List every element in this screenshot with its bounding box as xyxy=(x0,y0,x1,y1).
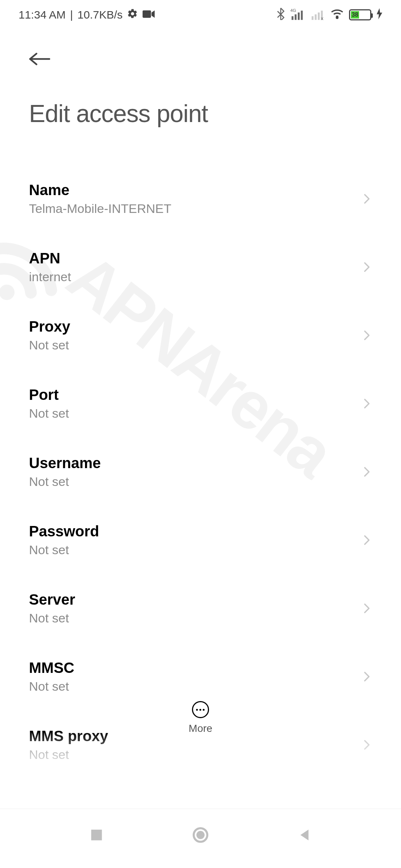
svg-rect-7 xyxy=(312,16,313,20)
bottom-action-bar: More xyxy=(0,701,401,734)
more-label: More xyxy=(189,723,212,734)
chevron-right-icon xyxy=(362,535,372,545)
item-password[interactable]: Password Not set xyxy=(29,510,372,571)
svg-rect-3 xyxy=(291,16,293,20)
svg-rect-1 xyxy=(143,10,151,18)
circle-icon xyxy=(192,827,209,843)
chevron-right-icon xyxy=(362,194,372,204)
status-bar: 11:34 AM | 10.7KB/s 4G x 38 xyxy=(0,0,401,30)
item-name[interactable]: Name Telma-Mobile-INTERNET xyxy=(29,168,372,229)
item-label: APN xyxy=(29,250,71,267)
signal-weak-icon: x xyxy=(310,7,325,23)
item-value: Not set xyxy=(29,679,74,694)
item-port[interactable]: Port Not set xyxy=(29,373,372,434)
gear-icon xyxy=(127,8,138,22)
chevron-right-icon xyxy=(362,330,372,341)
chevron-right-icon xyxy=(362,398,372,409)
item-value: Not set xyxy=(29,543,99,557)
svg-rect-5 xyxy=(298,12,300,20)
item-label: Port xyxy=(29,387,69,403)
item-value: Not set xyxy=(29,611,75,625)
svg-rect-14 xyxy=(91,829,102,840)
triangle-left-icon xyxy=(298,828,311,842)
svg-rect-9 xyxy=(318,12,320,20)
item-label: Username xyxy=(29,455,101,471)
item-label: Server xyxy=(29,591,75,608)
item-value: Not set xyxy=(29,747,108,762)
chevron-right-icon xyxy=(362,603,372,614)
battery-icon: 38 xyxy=(349,9,371,20)
item-apn[interactable]: APN internet xyxy=(29,237,372,297)
nav-recent-button[interactable] xyxy=(88,826,105,844)
item-mmsc[interactable]: MMSC Not set xyxy=(29,646,372,707)
status-right: 4G x 38 xyxy=(276,7,382,23)
nav-back-button[interactable] xyxy=(296,826,313,844)
battery-percent: 38 xyxy=(351,11,359,19)
item-value: Not set xyxy=(29,338,70,352)
status-left: 11:34 AM | 10.7KB/s xyxy=(19,8,155,22)
item-server[interactable]: Server Not set xyxy=(29,578,372,639)
nav-home-button[interactable] xyxy=(192,826,209,844)
settings-list: Name Telma-Mobile-INTERNET APN internet … xyxy=(0,168,401,775)
status-speed: 10.7KB/s xyxy=(78,9,123,21)
svg-rect-4 xyxy=(295,14,297,20)
square-icon xyxy=(90,828,103,842)
arrow-left-icon xyxy=(29,52,50,66)
page-title: Edit access point xyxy=(29,99,372,128)
wifi-icon xyxy=(330,8,344,22)
svg-text:4G: 4G xyxy=(290,8,296,13)
charging-icon xyxy=(376,8,382,22)
chevron-right-icon xyxy=(362,671,372,682)
svg-text:x: x xyxy=(321,15,323,20)
item-label: MMSC xyxy=(29,660,74,676)
svg-rect-6 xyxy=(301,10,303,20)
item-username[interactable]: Username Not set xyxy=(29,441,372,502)
svg-point-16 xyxy=(196,831,205,839)
item-label: Name xyxy=(29,182,172,198)
item-label: Proxy xyxy=(29,318,70,335)
header: Edit access point xyxy=(0,30,401,131)
svg-point-12 xyxy=(336,17,338,18)
chevron-right-icon xyxy=(362,262,372,272)
item-value: Not set xyxy=(29,406,69,421)
more-button[interactable]: More xyxy=(189,701,212,734)
camera-icon xyxy=(143,9,155,21)
back-button[interactable] xyxy=(29,48,50,70)
signal-4g-icon: 4G xyxy=(290,7,305,23)
more-icon xyxy=(192,701,209,718)
item-value: internet xyxy=(29,270,71,284)
chevron-right-icon xyxy=(362,740,372,750)
chevron-right-icon xyxy=(362,467,372,477)
status-time: 11:34 AM xyxy=(19,9,66,21)
status-separator: | xyxy=(70,9,73,21)
item-value: Telma-Mobile-INTERNET xyxy=(29,201,172,216)
item-proxy[interactable]: Proxy Not set xyxy=(29,305,372,366)
svg-rect-8 xyxy=(315,14,317,20)
bluetooth-icon xyxy=(276,7,285,23)
item-label: Password xyxy=(29,523,99,540)
item-value: Not set xyxy=(29,474,101,489)
system-navbar xyxy=(0,809,401,861)
